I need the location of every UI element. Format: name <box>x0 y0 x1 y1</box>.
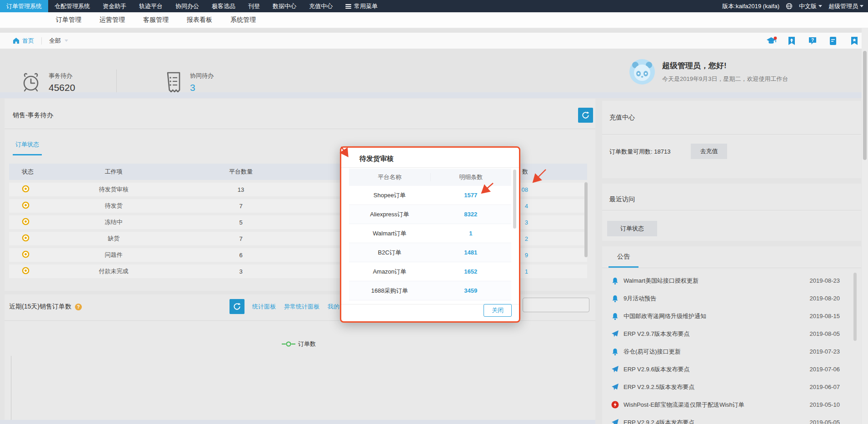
sales-panel-title: 销售-事务待办 <box>13 111 53 120</box>
bookmark-star-icon[interactable] <box>850 36 859 45</box>
stat-collab: 协同待办 3 <box>165 71 214 94</box>
announcement-date: 2019-07-23 <box>810 348 840 355</box>
platform-name-cell: Walmart订单 <box>349 229 430 238</box>
chart-filter-input[interactable] <box>523 298 589 312</box>
announcement-text: ERP V2.9.7版本发布要点 <box>624 330 810 338</box>
subnav-order-mgmt[interactable]: 订单管理 <box>52 16 85 24</box>
topnav-label: 资金助手 <box>103 0 126 12</box>
detail-count-link[interactable]: 1652 <box>430 268 512 275</box>
refresh-icon <box>581 111 590 120</box>
link-my-panel[interactable]: 我的 <box>328 303 339 311</box>
link-stats-panel[interactable]: 统计面板 <box>252 303 276 311</box>
subnav-customer-service[interactable]: 客服管理 <box>140 16 172 24</box>
modal-row: Walmart订单 1 <box>349 224 511 243</box>
go-recharge-button[interactable]: 去充值 <box>691 144 727 159</box>
topnav-listing[interactable]: 刊登 <box>242 0 266 12</box>
breadcrumb-home[interactable]: 首页 <box>13 37 34 45</box>
col-header-detail-count: 明细条数 <box>430 173 512 181</box>
stat-collab-value[interactable]: 3 <box>190 82 214 93</box>
topnav-collab-office[interactable]: 协同办公 <box>169 0 205 12</box>
list-item[interactable]: 中国邮政寄递网络升级维护通知 2019-08-15 <box>602 307 855 325</box>
list-item[interactable]: 谷仓(易可达)接口更新 2019-07-23 <box>602 343 855 360</box>
announcement-date: 2019-08-05 <box>810 330 840 337</box>
detail-count-link[interactable]: 1577 <box>430 192 512 199</box>
topnav-label: 充值中心 <box>309 0 333 12</box>
announcement-text: 9月活动预告 <box>624 294 810 303</box>
list-item[interactable]: WishPost-E邮宝物流渠道仅限于配送Wish订单 2019-05-10 <box>602 396 855 414</box>
divider <box>41 37 42 45</box>
topnav-funds-helper[interactable]: 资金助手 <box>96 0 133 12</box>
work-item-cell: 待发货 <box>64 202 164 210</box>
refresh-button[interactable] <box>578 108 593 123</box>
tab-announcements[interactable]: 公告 <box>609 253 639 268</box>
chart-legend[interactable]: 订单数 <box>282 340 316 348</box>
detail-count-link[interactable]: 8322 <box>430 211 512 218</box>
recent-orders-title: 近期(15天)销售订单数 <box>9 303 71 311</box>
topnav-order-system[interactable]: 订单管理系统 <box>0 0 48 12</box>
bell-icon <box>611 294 619 303</box>
announcement-date: 2019-08-23 <box>810 277 840 284</box>
list-item[interactable]: 9月活动预告 2019-08-20 <box>602 289 855 307</box>
stat-collab-label: 协同待办 <box>190 72 214 80</box>
topnav-common-menu[interactable]: 常用菜单 <box>339 0 384 12</box>
status-dot-icon <box>22 234 30 242</box>
work-item-cell: 缺货 <box>64 234 164 243</box>
tab-order-status[interactable]: 订单状态 <box>13 140 42 155</box>
divider <box>5 129 595 129</box>
announcement-text: 中国邮政寄递网络升级维护通知 <box>624 312 810 320</box>
topnav-geek-picks[interactable]: 极客选品 <box>205 0 242 12</box>
document-icon[interactable] <box>829 36 838 45</box>
detail-count-link[interactable]: 1 <box>430 230 512 237</box>
list-item[interactable]: Walmart美国站接口授权更新 2019-08-23 <box>602 272 855 289</box>
topnav-label: 极客选品 <box>212 0 235 12</box>
recharge-panel: 充值中心 订单数量可用数: 18713 去充值 <box>602 101 861 178</box>
list-item[interactable]: ERP V2.9.6版本发布要点 2019-07-06 <box>602 360 855 378</box>
modal-row: Shopee订单 1577 <box>349 186 511 205</box>
lightning-icon <box>611 401 619 409</box>
user-menu[interactable]: 超级管理员 <box>828 2 863 10</box>
page-scrollbar-thumb[interactable] <box>863 51 867 160</box>
announcement-date: 2019-06-07 <box>810 384 840 390</box>
topnav-data-center[interactable]: 数据中心 <box>266 0 303 12</box>
divider <box>602 134 861 135</box>
bookmark-up-icon[interactable] <box>787 36 796 45</box>
recent-visits-panel: 最近访问 订单状态 <box>602 184 861 241</box>
breadcrumb-filter-label: 全部 <box>49 37 61 45</box>
detail-count-link[interactable]: 3459 <box>430 287 512 294</box>
list-item[interactable]: ERP V2.9.2.5版本发布要点 2019-06-07 <box>602 378 855 396</box>
topnav-label: 数据中心 <box>273 0 296 12</box>
breadcrumb-filter[interactable]: 全部 <box>49 37 68 45</box>
col-header-status: 状态 <box>9 168 64 176</box>
link-abnormal-stats-panel[interactable]: 异常统计面板 <box>284 303 319 311</box>
graduation-cap-icon[interactable] <box>766 36 775 45</box>
topnav-warehouse-system[interactable]: 仓配管理系统 <box>48 0 96 12</box>
subnav-report-board[interactable]: 报表看板 <box>183 16 216 24</box>
subnav-system-mgmt[interactable]: 系统管理 <box>227 16 259 24</box>
announcement-scrollbar[interactable] <box>853 273 857 341</box>
question-bubble-icon[interactable]: ? <box>808 36 817 45</box>
topnav-recharge-center[interactable]: 充值中心 <box>303 0 339 12</box>
bell-icon <box>611 312 619 320</box>
topnav-tracking-platform[interactable]: 轨迹平台 <box>133 0 169 12</box>
list-item[interactable]: ERP V2.9.7版本发布要点 2019-08-05 <box>602 325 855 343</box>
modal-scrollbar[interactable] <box>513 170 516 229</box>
recharge-available-value: 18713 <box>654 148 670 155</box>
modal-row: Aliexpress订单 8322 <box>349 205 511 224</box>
announcement-text: 谷仓(易可达)接口更新 <box>624 348 810 356</box>
refresh-button[interactable] <box>229 299 244 314</box>
help-icon[interactable]: ? <box>75 303 82 311</box>
detail-count-link[interactable]: 1481 <box>430 249 512 256</box>
list-item[interactable]: ERP V2.9.2.4版本发布要点 2019-05-05 <box>602 414 855 424</box>
table-scrollbar[interactable] <box>584 182 588 257</box>
home-icon <box>13 37 20 44</box>
chart-y-axis <box>11 356 11 420</box>
modal-close-button[interactable]: 关闭 <box>484 304 512 317</box>
language-switch[interactable]: 中文版 <box>799 2 822 10</box>
greeting-subtitle: 今天是2019年9月3日，星期二，欢迎使用工作台 <box>662 75 788 83</box>
announcement-date: 2019-05-05 <box>810 419 840 424</box>
modal-row: B2C订单 1481 <box>349 243 511 262</box>
topnav-right: 版本:kaifa2019 (kaifa) 中文版 超级管理员 <box>722 0 868 12</box>
subnav-operation-mgmt[interactable]: 运营管理 <box>96 16 129 24</box>
paper-plane-icon <box>611 330 619 338</box>
recent-visit-order-status-button[interactable]: 订单状态 <box>607 221 657 236</box>
